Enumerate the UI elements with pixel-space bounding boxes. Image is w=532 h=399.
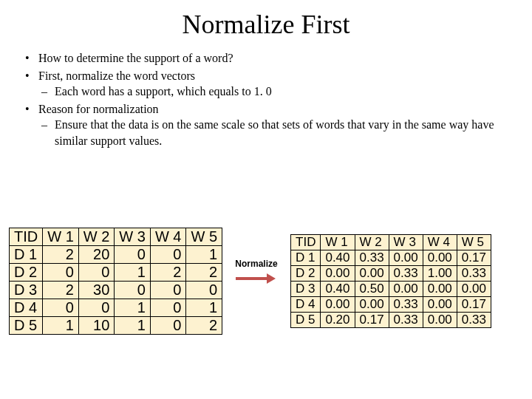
cell: 0.00 <box>457 282 491 297</box>
cell: 0 <box>150 282 186 299</box>
cell: 0.33 <box>389 313 423 328</box>
cell: 0.00 <box>321 297 355 313</box>
cell: 0.00 <box>355 297 389 313</box>
row-header: D 5 <box>10 317 43 335</box>
cell: 0.00 <box>389 250 423 266</box>
cell: 20 <box>78 246 115 264</box>
row-header: D 1 <box>10 246 43 264</box>
cell: 0.33 <box>457 313 491 328</box>
col-header: W 5 <box>457 235 491 250</box>
cell: 0.17 <box>457 250 491 266</box>
row-header: D 4 <box>10 299 43 317</box>
sub-bullet-item: Each word has a support, which equals to… <box>55 83 510 100</box>
table-row: D 5 0.20 0.17 0.33 0.00 0.33 <box>291 313 491 328</box>
row-header: D 4 <box>291 297 321 313</box>
cell: 0 <box>78 299 115 317</box>
cell: 0 <box>43 264 79 282</box>
cell: 0.33 <box>355 250 389 266</box>
cell: 1.00 <box>423 266 457 282</box>
cell: 2 <box>150 264 186 282</box>
cell: 1 <box>186 246 222 264</box>
cell: 0 <box>150 317 186 335</box>
cell: 1 <box>115 317 151 335</box>
cell: 2 <box>43 282 79 299</box>
bullet-list: How to determine the support of a word? … <box>22 50 510 149</box>
tables-container: TID W 1 W 2 W 3 W 4 W 5 D 1 2 20 0 0 1 D… <box>9 228 525 335</box>
col-header: W 2 <box>355 235 389 250</box>
bullet-text: Reason for normalization <box>38 103 159 115</box>
table-row: D 4 0.00 0.00 0.33 0.00 0.17 <box>291 297 491 313</box>
col-header: W 4 <box>150 228 186 246</box>
cell: 2 <box>186 317 222 335</box>
table-header-row: TID W 1 W 2 W 3 W 4 W 5 <box>10 228 222 246</box>
row-header: D 1 <box>291 250 321 266</box>
cell: 0.20 <box>321 313 355 328</box>
row-header: D 3 <box>10 282 43 299</box>
cell: 0 <box>150 246 186 264</box>
row-header: D 2 <box>291 266 321 282</box>
bullet-item: How to determine the support of a word? <box>38 50 510 66</box>
col-header: TID <box>10 228 43 246</box>
table-row: D 4 0 0 1 0 1 <box>10 299 222 317</box>
bullet-text: First, normalize the word vectors <box>38 69 195 82</box>
cell: 1 <box>115 299 151 317</box>
table-row: D 2 0.00 0.00 0.33 1.00 0.33 <box>291 266 491 282</box>
slide-title: Normalize First <box>0 9 532 40</box>
cell: 0.00 <box>423 297 457 313</box>
cell: 0 <box>150 299 186 317</box>
row-header: D 5 <box>291 313 321 328</box>
cell: 0.40 <box>321 250 355 266</box>
normalize-label: Normalize <box>235 259 277 269</box>
bullet-item: Reason for normalization Ensure that the… <box>38 101 510 149</box>
raw-data-table: TID W 1 W 2 W 3 W 4 W 5 D 1 2 20 0 0 1 D… <box>9 228 222 335</box>
cell: 30 <box>78 282 115 299</box>
normalized-data-table: TID W 1 W 2 W 3 W 4 W 5 D 1 0.40 0.33 0.… <box>290 234 491 328</box>
bullet-item: First, normalize the word vectors Each w… <box>38 68 510 100</box>
col-header: W 5 <box>186 228 222 246</box>
table-row: D 3 2 30 0 0 0 <box>10 282 222 299</box>
cell: 0 <box>115 282 151 299</box>
col-header: W 4 <box>423 235 457 250</box>
cell: 0.17 <box>355 313 389 328</box>
cell: 1 <box>43 317 79 335</box>
cell: 0 <box>186 282 222 299</box>
arrow-right-icon <box>236 273 277 284</box>
cell: 1 <box>115 264 151 282</box>
col-header: W 3 <box>389 235 423 250</box>
table-row: D 2 0 0 1 2 2 <box>10 264 222 282</box>
cell: 1 <box>186 299 222 317</box>
cell: 0.00 <box>321 266 355 282</box>
cell: 0.33 <box>389 297 423 313</box>
cell: 0.00 <box>423 282 457 297</box>
cell: 0.50 <box>355 282 389 297</box>
cell: 0.00 <box>423 313 457 328</box>
cell: 0 <box>78 264 115 282</box>
sub-bullet-item: Ensure that the data is on the same scal… <box>55 117 510 149</box>
cell: 10 <box>78 317 115 335</box>
row-header: D 3 <box>291 282 321 297</box>
cell: 2 <box>186 264 222 282</box>
table-row: D 1 2 20 0 0 1 <box>10 246 222 264</box>
normalize-arrow-group: Normalize <box>228 269 284 294</box>
cell: 0.40 <box>321 282 355 297</box>
table-row: D 3 0.40 0.50 0.00 0.00 0.00 <box>291 282 491 297</box>
table-header-row: TID W 1 W 2 W 3 W 4 W 5 <box>291 235 491 250</box>
row-header: D 2 <box>10 264 43 282</box>
cell: 0.00 <box>389 282 423 297</box>
cell: 0.17 <box>457 297 491 313</box>
cell: 0.00 <box>355 266 389 282</box>
table-row: D 1 0.40 0.33 0.00 0.00 0.17 <box>291 250 491 266</box>
col-header: W 2 <box>78 228 115 246</box>
col-header: W 1 <box>43 228 79 246</box>
col-header: W 3 <box>115 228 151 246</box>
cell: 0.33 <box>457 266 491 282</box>
cell: 0.33 <box>389 266 423 282</box>
col-header: TID <box>291 235 321 250</box>
col-header: W 1 <box>321 235 355 250</box>
cell: 0.00 <box>423 250 457 266</box>
cell: 0 <box>43 299 79 317</box>
table-row: D 5 1 10 1 0 2 <box>10 317 222 335</box>
cell: 2 <box>43 246 79 264</box>
cell: 0 <box>115 246 151 264</box>
